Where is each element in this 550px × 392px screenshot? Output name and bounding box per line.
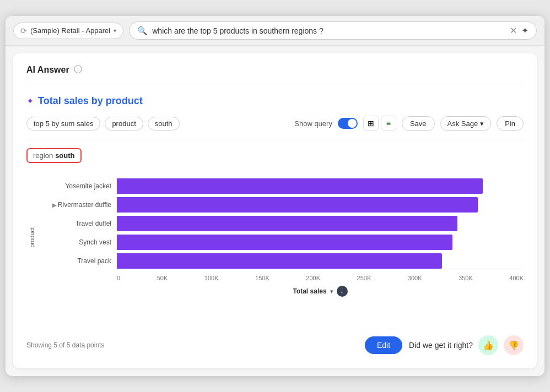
feedback-label: Did we get it right? (409, 341, 473, 350)
chart-section-title: ✦ Total sales by product (26, 95, 524, 107)
toggle-knob (348, 119, 357, 128)
main-content: AI Answer ⓘ ✦ Total sales by product top… (13, 53, 537, 368)
x-tick-150k: 150K (255, 275, 269, 281)
region-filter[interactable]: region south (26, 148, 82, 163)
x-axis: 0 50K 100K 150K 200K 250K 300K 350K 400K (117, 271, 524, 281)
ai-answer-header: AI Answer ⓘ (26, 64, 524, 84)
bar-label-travel-duffel: Travel duffel (45, 220, 117, 227)
bar-label-travel-pack: Travel pack (45, 257, 117, 265)
view-icons: ⊞ ≡ (363, 116, 396, 131)
bar-label-yosemite: Yosemite jacket (45, 182, 117, 190)
chart-area: product Yosemite jacket (26, 173, 524, 324)
chevron-down-icon: ▾ (114, 28, 116, 34)
edit-button[interactable]: Edit (365, 336, 402, 354)
bar-container-yosemite (117, 178, 524, 194)
filter-chips: top 5 by sum sales product south (26, 117, 180, 130)
bar-fill-rivermaster (117, 197, 478, 213)
bar-fill-yosemite (117, 178, 483, 194)
divider (26, 140, 524, 140)
sparkle-icon[interactable]: ✦ (521, 25, 529, 36)
datasource-label: (Sample) Retail - Apparel (30, 26, 110, 35)
x-tick-100k: 100K (204, 275, 219, 281)
sage-sparkle-icon: ✦ (26, 96, 34, 106)
bar-fill-synch-vest (117, 235, 452, 250)
download-icon[interactable]: ↓ (337, 286, 348, 297)
main-window: ⟳ (Sample) Retail - Apparel ▾ 🔍 ✕ ✦ AI A… (6, 16, 544, 376)
search-input[interactable] (152, 26, 505, 35)
chip-top5[interactable]: top 5 by sum sales (26, 117, 100, 130)
bar-container-rivermaster (117, 197, 524, 213)
chart-controls: Show query ⊞ ≡ Save Ask Sage ▾ Pin (294, 116, 524, 131)
ask-sage-button[interactable]: Ask Sage ▾ (440, 116, 492, 131)
x-tick-400k: 400K (509, 275, 524, 281)
save-button[interactable]: Save (402, 116, 435, 131)
bar-fill-travel-duffel (117, 216, 457, 231)
chip-product[interactable]: product (105, 117, 143, 130)
x-axis-label-container: Total sales ▾ ↓ (117, 286, 524, 297)
ask-sage-label: Ask Sage (447, 119, 478, 128)
clear-icon[interactable]: ✕ (510, 25, 517, 36)
thumbs-down-button[interactable]: 👎 (504, 335, 524, 355)
bar-row: Yosemite jacket (45, 178, 524, 194)
ask-sage-chevron: ▾ (480, 119, 484, 128)
bar-row: Travel duffel (45, 216, 524, 231)
region-filter-label: region (33, 151, 53, 160)
search-bar[interactable]: 🔍 ✕ ✦ (129, 21, 537, 40)
chip-south[interactable]: south (148, 117, 180, 130)
chips-and-controls: top 5 by sum sales product south Show qu… (26, 116, 524, 131)
y-axis-label-container: product (26, 178, 37, 297)
thumbs-up-button[interactable]: 👍 (478, 335, 498, 355)
bar-row: Travel pack (45, 253, 524, 269)
chart-title: Total sales by product (38, 95, 143, 107)
datasource-selector[interactable]: ⟳ (Sample) Retail - Apparel ▾ (13, 23, 123, 39)
x-tick-300k: 300K (408, 275, 422, 281)
info-icon[interactable]: ⓘ (74, 64, 82, 75)
bar-container-synch-vest (117, 235, 524, 250)
x-tick-200k: 200K (306, 275, 320, 281)
x-axis-label: Total sales (293, 287, 326, 295)
x-tick-50k: 50K (157, 275, 168, 281)
feedback-area: Did we get it right? 👍 👎 (409, 335, 524, 355)
bar-container-travel-duffel (117, 216, 524, 231)
show-query-label: Show query (294, 119, 332, 128)
ai-answer-title: AI Answer (26, 65, 69, 75)
y-axis-label: product (29, 227, 35, 248)
table-view-icon[interactable]: ⊞ (363, 116, 379, 131)
bar-fill-travel-pack (117, 253, 442, 269)
pin-button[interactable]: Pin (497, 116, 524, 131)
bar-row: Synch vest (45, 235, 524, 250)
chart-view-icon[interactable]: ≡ (381, 116, 396, 131)
data-points-label: Showing 5 of 5 data points (26, 341, 104, 349)
x-axis-line (117, 269, 524, 269)
footer: Showing 5 of 5 data points Edit Did we g… (26, 333, 524, 355)
bar-label-rivermaster: ▶Rivermaster duffle (45, 201, 117, 209)
x-label-dropdown-icon[interactable]: ▾ (330, 288, 333, 295)
datasource-icon: ⟳ (20, 26, 27, 35)
expand-arrow-icon[interactable]: ▶ (52, 202, 57, 208)
bar-container-travel-pack (117, 253, 524, 269)
top-bar: ⟳ (Sample) Retail - Apparel ▾ 🔍 ✕ ✦ (6, 16, 544, 46)
bar-label-synch-vest: Synch vest (45, 238, 117, 246)
x-tick-0: 0 (117, 275, 120, 281)
show-query-toggle[interactable] (338, 118, 358, 129)
x-tick-250k: 250K (357, 275, 371, 281)
search-icon: 🔍 (137, 26, 148, 36)
region-filter-value: south (55, 151, 74, 160)
bars-and-labels: Yosemite jacket ▶Rivermaster duffle (45, 178, 524, 269)
bar-row: ▶Rivermaster duffle (45, 197, 524, 213)
bars-section: Yosemite jacket ▶Rivermaster duffle (40, 178, 524, 297)
x-tick-350k: 350K (459, 275, 473, 281)
